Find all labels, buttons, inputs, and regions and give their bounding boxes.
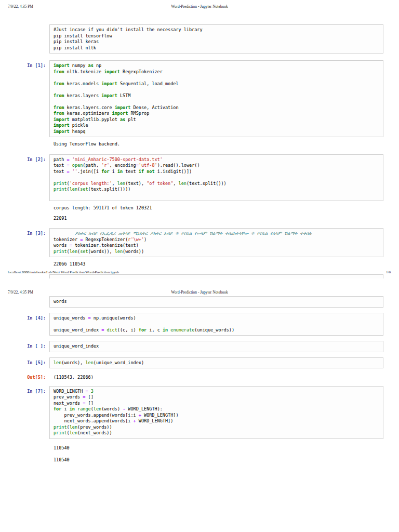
code-input-area[interactable]: unique_words = np.unique(words) unique_w… bbox=[49, 313, 383, 336]
code-token: from bbox=[54, 81, 64, 86]
code-token: import bbox=[54, 123, 70, 128]
code-line: words bbox=[54, 299, 379, 305]
code-line: text = ''.join([i for i in text if not i… bbox=[54, 169, 379, 175]
code-token: (words) bbox=[101, 406, 123, 411]
code-token: np.unique(words) bbox=[91, 315, 136, 321]
code-token: as bbox=[88, 63, 94, 68]
code-token: keras.models bbox=[64, 81, 101, 86]
cell-output: 110540 bbox=[20, 444, 383, 451]
code-line: print(len(next_words)) bbox=[54, 430, 379, 436]
code-line: from keras.layers import LSTM bbox=[54, 93, 379, 99]
code-token: numpy bbox=[70, 63, 88, 68]
cell-input-prompt bbox=[20, 24, 49, 27]
code-token: import bbox=[104, 69, 120, 74]
code-token: (text.split()))) bbox=[88, 187, 131, 192]
code-input-area[interactable]: WORD_LENGTH = 3prev_words = []next_words… bbox=[49, 386, 383, 439]
code-token: LSTM bbox=[117, 93, 131, 98]
code-line bbox=[54, 321, 379, 327]
code-token: print bbox=[54, 187, 67, 192]
code-token: pickle bbox=[70, 123, 88, 128]
code-token: path bbox=[54, 157, 67, 162]
code-token: (prev_words)) bbox=[77, 424, 112, 430]
code-token: enumerate bbox=[170, 327, 194, 332]
code-token: unique_word_index bbox=[54, 327, 101, 332]
code-token: from bbox=[54, 111, 64, 116]
code-token: (text), bbox=[125, 181, 147, 186]
notebook-cells-page-2: wordsIn [4]:unique_words = np.unique(wor… bbox=[0, 295, 399, 463]
code-token: len bbox=[54, 360, 61, 365]
code-token: RegexpTokenizer bbox=[120, 69, 163, 74]
cell-output-prompt bbox=[20, 260, 49, 263]
code-token: WORD_LENGTH): bbox=[125, 406, 163, 411]
output-text: 110540 bbox=[49, 444, 383, 451]
code-token: in bbox=[70, 406, 75, 411]
code-token: '' bbox=[72, 169, 77, 174]
code-cell-lengths: In [5]:len(words), len(unique_word_index… bbox=[20, 357, 383, 369]
code-token: Dense, Activation bbox=[130, 105, 178, 110]
code-token: ).read().lower() bbox=[157, 163, 200, 168]
cell-input-prompt: In [1]: bbox=[20, 60, 49, 69]
code-input-area[interactable]: len(words), len(unique_word_index) bbox=[49, 357, 383, 369]
code-line: pip install keras bbox=[54, 39, 379, 45]
code-input-area[interactable] bbox=[49, 274, 383, 278]
code-token: , bbox=[173, 181, 178, 186]
code-cell-imports: In [1]:import numpy as npfrom nltk.token… bbox=[20, 60, 383, 137]
code-line bbox=[54, 193, 379, 199]
code-token: 'mini_Amharic-7500-sport-data.txt' bbox=[72, 157, 163, 162]
code-token: pip install keras bbox=[54, 39, 99, 44]
code-token: unique_word_index bbox=[54, 343, 99, 349]
code-input-area[interactable]: unique_word_index bbox=[49, 341, 383, 352]
code-token: plt bbox=[125, 117, 136, 122]
code-line bbox=[54, 75, 379, 81]
code-token: open bbox=[72, 163, 83, 168]
cell-output-prompt bbox=[20, 215, 49, 217]
code-line: print(len(set(text.split()))) bbox=[54, 187, 379, 193]
printed-page-2: 7/9/22, 4:35 PM Word-Prediction - Jupyte… bbox=[0, 289, 399, 532]
code-token: heapq bbox=[70, 129, 86, 134]
code-token: not bbox=[147, 169, 154, 174]
code-token: RegexpTokenizer( bbox=[83, 237, 128, 242]
cell-output-prompt bbox=[20, 204, 49, 207]
code-input-area[interactable]: ዶክተር አብይ የኢፌዲሪ ጠቅላይ ሚኒስትር ዶክተር አብይ ፨ የኖቤ… bbox=[49, 228, 383, 257]
code-line: next_words.append(words[i + WORD_LENGTH]… bbox=[54, 418, 379, 424]
cell-output-prompt bbox=[20, 444, 49, 447]
code-input-area[interactable]: #Just incase if you didn't install the n… bbox=[49, 24, 383, 54]
code-token: next_words bbox=[54, 401, 83, 406]
code-token: i, c bbox=[147, 327, 163, 332]
code-input-area[interactable]: path = 'mini_Amharic-7500-sport-data.txt… bbox=[49, 154, 383, 202]
code-token: [] bbox=[85, 394, 93, 400]
code-token: (path, bbox=[83, 163, 101, 168]
code-token: 'r' bbox=[101, 163, 109, 168]
print-header: 7/9/22, 4:35 PM Word-Prediction - Jupyte… bbox=[0, 0, 399, 9]
code-token: WORD_LENGTH]) bbox=[141, 413, 179, 418]
code-line: from nltk.tokenize import RegexpTokenize… bbox=[54, 69, 379, 75]
code-token: unique_words bbox=[54, 315, 88, 321]
code-line: ዶክተር አብይ የኢፌዲሪ ጠቅላይ ሚኒስትር ዶክተር አብይ ፨ የኖቤ… bbox=[54, 231, 379, 237]
code-line bbox=[54, 175, 379, 181]
code-token: (words), bbox=[61, 360, 85, 365]
code-line: import numpy as np bbox=[54, 63, 379, 69]
code-token: len bbox=[94, 406, 101, 411]
code-input-area[interactable]: words bbox=[49, 296, 383, 308]
code-token: import bbox=[112, 111, 128, 116]
code-token: next_words.append(words[i bbox=[54, 418, 134, 423]
code-token: if bbox=[139, 169, 144, 174]
code-token: set bbox=[80, 187, 88, 192]
code-line bbox=[54, 99, 379, 105]
code-line: text = open(path, 'r', encoding='utf-8')… bbox=[54, 163, 379, 169]
code-token: (words)), bbox=[88, 249, 115, 254]
output-text: 22066 110543 bbox=[49, 260, 383, 268]
code-line: print(len(prev_words)) bbox=[54, 424, 379, 431]
code-token: len bbox=[115, 249, 123, 254]
code-token: in bbox=[117, 169, 123, 174]
code-token: (words)) bbox=[123, 249, 144, 254]
code-line: len(words), len(unique_word_index) bbox=[54, 360, 379, 366]
code-token: words bbox=[54, 243, 70, 248]
output-text: 110540 bbox=[49, 456, 383, 463]
code-token: from bbox=[54, 105, 64, 110]
code-token: (next_words)) bbox=[77, 430, 112, 435]
code-input-area[interactable]: import numpy as npfrom nltk.tokenize imp… bbox=[49, 60, 383, 137]
code-line: from keras.layers.core import Dense, Act… bbox=[54, 105, 379, 111]
code-line: next_words = [] bbox=[54, 401, 379, 407]
code-token: keras.optimizers bbox=[64, 111, 112, 116]
